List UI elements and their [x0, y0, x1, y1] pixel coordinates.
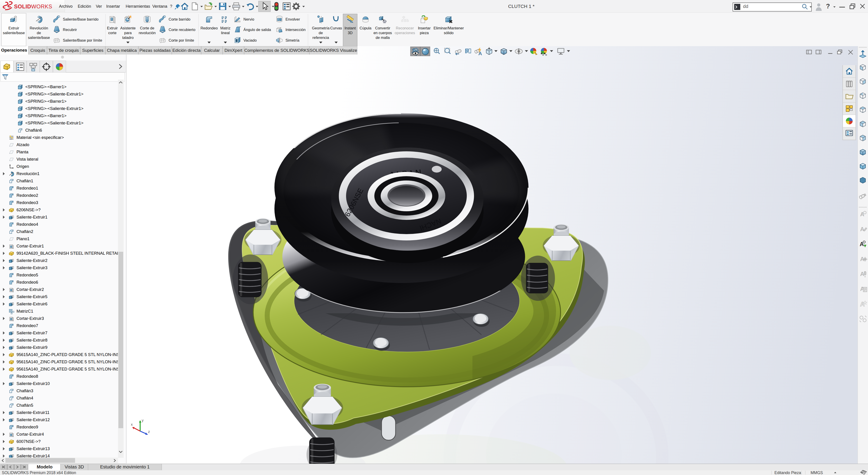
svg-text:y: y — [142, 418, 144, 422]
svg-text:z: z — [148, 430, 150, 434]
svg-text:A: A — [860, 270, 864, 277]
svg-text:A: A — [860, 226, 864, 233]
svg-text:x: x — [131, 422, 133, 426]
svg-text:SOLIDWORKS: SOLIDWORKS — [14, 3, 52, 9]
svg-text:A: A — [478, 51, 482, 56]
